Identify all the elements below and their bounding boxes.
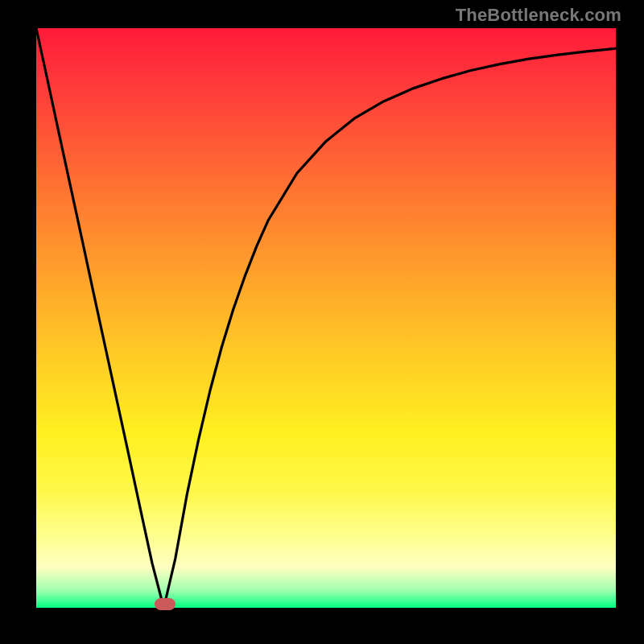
optimal-marker [155, 598, 175, 610]
curve-svg [36, 28, 616, 608]
bottleneck-curve [36, 28, 616, 608]
plot-area [36, 28, 616, 608]
chart-frame: TheBottleneck.com [0, 0, 644, 644]
watermark-text: TheBottleneck.com [456, 5, 621, 26]
